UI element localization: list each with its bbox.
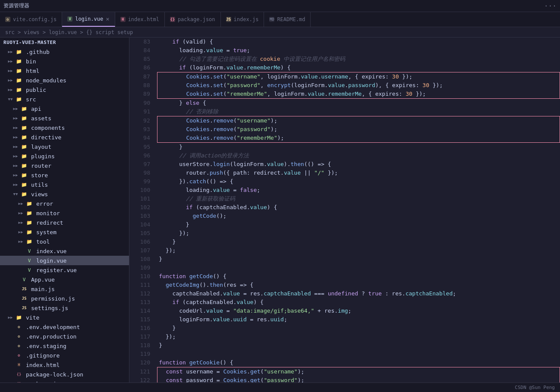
sidebar-item-html[interactable]: ▶📁html [0,66,129,75]
line-row: 94 Cookies.remove("rememberMe"); [129,134,560,143]
line-row: 99 }).catch(() => { [129,177,560,186]
sidebar-item-utils[interactable]: ▶📁utils [0,180,129,189]
sidebar-item-label: vite [26,314,39,321]
line-content[interactable] [157,350,560,358]
line-content[interactable]: const username = Cookies.get("username")… [157,367,560,376]
sidebar-item-redirect[interactable]: ▶📁redirect [0,218,129,227]
line-content[interactable]: // 否则移除 [157,107,560,116]
line-content[interactable]: }); [157,332,560,341]
line-content[interactable]: if (captchaEnabled.value) { [157,298,560,307]
line-content[interactable]: Cookies.remove("password"); [157,125,560,134]
sidebar-item-login-vue-file[interactable]: ▶Vlogin.vue [0,256,129,265]
line-content[interactable]: } [157,238,560,246]
sidebar-item-error[interactable]: ▶📁error [0,199,129,208]
sidebar-item-main-js[interactable]: ▶JSmain.js [0,284,129,294]
sidebar-item-env-dev[interactable]: ▶⚙.env.development [0,322,129,332]
line-content[interactable]: // 勾选了需要记住密码设置在 cookie 中设置记住用户名和密码 [157,55,560,63]
sidebar-item-package-json-root[interactable]: ▶{}package.json [0,379,129,383]
tab-readme-md[interactable]: MDREADME.md [264,12,311,27]
line-content[interactable]: loading.value = true; [157,46,560,55]
sidebar-item-router[interactable]: ▶📁router [0,161,129,170]
line-content[interactable]: } [157,341,560,350]
line-content[interactable]: Cookies.remove("username"); [157,116,560,125]
sidebar-item-github[interactable]: ▶📁.github [0,47,129,56]
sidebar-item-directive[interactable]: ▶📁directive [0,132,129,142]
line-content[interactable]: function getCode() { [157,272,560,281]
line-content[interactable]: loginForm.value.uuid = res.uuid; [157,315,560,324]
sidebar-item-api[interactable]: ▶📁api [0,104,129,113]
sidebar-item-settings-js[interactable]: ▶JSsettings.js [0,303,129,313]
code-editor[interactable]: 83 if (valid) {84 loading.value = true;8… [129,38,560,383]
tab-label-package-json: package.json [178,16,215,22]
sidebar-item-register-vue[interactable]: ▶Vregister.vue [0,265,129,275]
sidebar-item-gitignore[interactable]: ▶⚙.gitignore [0,351,129,360]
line-content[interactable]: const password = Cookies.get("password")… [157,376,560,383]
sidebar-item-node_modules[interactable]: ▶📁node_modules [0,75,129,85]
folder-arrow: ▼ [7,96,14,103]
line-content[interactable]: // 调用action的登录方法 [157,151,560,160]
line-content[interactable]: captchaEnabled.value = res.captchaEnable… [157,289,560,298]
sidebar-item-index-vue-views[interactable]: ▶Vindex.vue [0,246,129,256]
sidebar-item-components[interactable]: ▶📁components [0,123,129,132]
tab-close-login-vue[interactable]: × [106,16,109,22]
sidebar-item-system[interactable]: ▶📁system [0,227,129,237]
line-content[interactable]: } [157,143,560,152]
sidebar-item-vite-folder[interactable]: ▶📁vite [0,313,129,322]
line-content[interactable]: } [157,255,560,263]
tab-label-index-html: index.html [128,16,159,22]
line-content[interactable]: Cookies.remove("rememberMe"); [157,134,560,143]
line-content[interactable]: Cookies.set("rememberMe", loginForm.valu… [157,90,560,99]
sidebar-item-monitor[interactable]: ▶📁monitor [0,208,129,218]
sidebar-item-permission-js[interactable]: ▶JSpermission.js [0,294,129,303]
line-content[interactable]: function getCookie() { [157,358,560,367]
tab-index-html[interactable]: Hindex.html [115,12,165,27]
line-content[interactable]: // 重新获取验证码 [157,194,560,203]
line-number: 105 [129,229,157,238]
line-content[interactable]: }); [157,229,560,238]
line-content[interactable]: loading.value = false; [157,186,560,194]
line-content[interactable]: }); [157,246,560,255]
sidebar-item-index-html-root[interactable]: ▶Hindex.html [0,360,129,370]
sidebar-item-layout[interactable]: ▶📁layout [0,142,129,151]
tab-vite-config[interactable]: ⚙vite.config.js [0,12,62,27]
tab-bar: ⚙vite.config.jsVlogin.vue×Hindex.html{}p… [0,12,560,27]
folder-arrow: ▶ [12,162,19,169]
sidebar-item-plugins[interactable]: ▶📁plugins [0,151,129,161]
tab-index-js[interactable]: JSindex.js [221,12,264,27]
line-content[interactable]: if (valid) { [157,38,560,46]
sidebar-item-store[interactable]: ▶📁store [0,170,129,180]
sidebar-item-package-lock[interactable]: ▶{}package-lock.json [0,370,129,379]
line-content[interactable]: getCodeImg().then(res => { [157,281,560,289]
line-content[interactable] [157,263,560,272]
line-content[interactable]: } [157,324,560,332]
line-content[interactable]: } [157,220,560,229]
sidebar-item-tool[interactable]: ▶📁tool [0,237,129,246]
folder-icon: 📁 [16,48,22,55]
sidebar-item-src[interactable]: ▼📁src [0,94,129,104]
line-number: 114 [129,307,157,315]
line-number: 90 [129,99,157,108]
tab-login-vue[interactable]: Vlogin.vue× [62,12,115,27]
folder-icon: 📁 [21,143,28,150]
line-content[interactable]: userStore.login(loginForm.value).then(()… [157,160,560,169]
line-row: 87 Cookies.set("username", loginForm.val… [129,72,560,82]
line-content[interactable]: codeUrl.value = "data:image/gif;base64,"… [157,307,560,315]
sidebar-item-assets[interactable]: ▶📁assets [0,113,129,123]
line-content[interactable]: Cookies.set("username", loginForm.value.… [157,72,560,82]
line-content[interactable]: router.push({ path: redirect.value || "/… [157,169,560,177]
line-content[interactable]: } else { [157,99,560,108]
line-content[interactable]: if (loginForm.value.rememberMe) { [157,63,560,72]
title-bar-menu[interactable]: ··· [544,2,557,10]
line-content[interactable]: if (captchaEnabled.value) { [157,203,560,212]
sidebar-item-env-staging[interactable]: ▶⚙.env.staging [0,341,129,351]
tab-package-json[interactable]: {}package.json [165,12,221,27]
sidebar-item-bin[interactable]: ▶📁bin [0,56,129,66]
sidebar-item-public[interactable]: ▶📁public [0,85,129,94]
sidebar-item-app-vue[interactable]: ▶VApp.vue [0,275,129,284]
line-content[interactable]: Cookies.set("password", encrypt(loginFor… [157,81,560,90]
sidebar-item-views[interactable]: ▼📁views [0,189,129,199]
line-content[interactable]: }).catch(() => { [157,177,560,186]
sidebar-item-env-prod[interactable]: ▶⚙.env.production [0,332,129,341]
sidebar-root[interactable]: RUOYI-VUE3-MASTER [0,38,129,47]
line-content[interactable]: getCode(); [157,212,560,220]
